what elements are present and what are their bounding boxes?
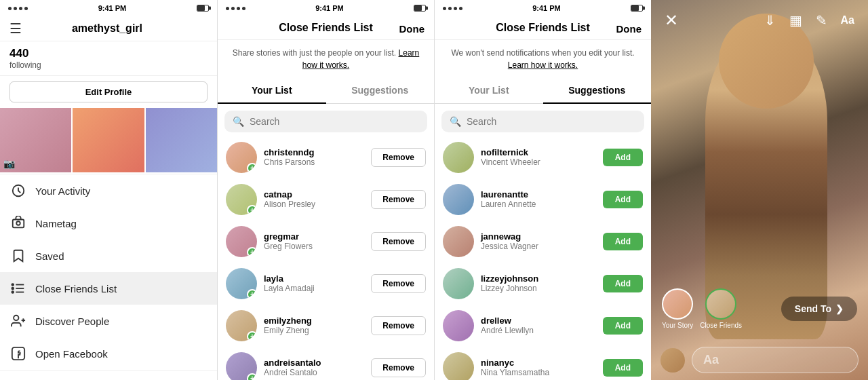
- avatar: [443, 142, 474, 173]
- tab-your-list-3[interactable]: Your List: [435, 78, 543, 103]
- close-friends-avatar[interactable]: [705, 288, 736, 320]
- user-name: Emily Zheng: [264, 326, 364, 335]
- user-handle: lizzeyjohnson: [481, 273, 596, 284]
- search-input-2[interactable]: [250, 116, 419, 127]
- svg-rect-1: [13, 220, 24, 228]
- add-button[interactable]: Add: [603, 149, 643, 166]
- user-name: Greg Flowers: [264, 242, 364, 251]
- add-button[interactable]: Add: [603, 233, 643, 250]
- user-info: emilyzheng Emily Zheng: [264, 316, 364, 335]
- message-placeholder: Aa: [703, 353, 719, 366]
- battery-3: [631, 5, 643, 12]
- avatar: [443, 352, 474, 381]
- tab-suggestions-2[interactable]: Suggestions: [326, 78, 435, 103]
- following-stat: 440 following: [9, 47, 41, 70]
- sidebar-item-nametag[interactable]: Nametag: [0, 207, 217, 240]
- profile-stats: 440 following: [0, 41, 217, 76]
- layout-icon[interactable]: ▦: [789, 12, 802, 28]
- sidebar-item-label: Open Facebook: [35, 348, 108, 360]
- remove-button[interactable]: Remove: [371, 148, 426, 167]
- added-badge: +: [247, 373, 257, 381]
- panel2-your-list: 9:41 PM Close Friends List Done Share st…: [217, 0, 434, 380]
- avatar: [443, 268, 474, 299]
- done-button-3[interactable]: Done: [616, 23, 642, 35]
- search-input-3[interactable]: [467, 116, 636, 127]
- cfl-tabs-3: Your List Suggestions: [435, 78, 651, 104]
- avatar: +: [226, 142, 257, 173]
- battery-1: [197, 5, 209, 12]
- close-icon[interactable]: ✕: [665, 11, 678, 30]
- cfl-title-3: Close Friends List: [496, 22, 590, 33]
- close-friends-label: Close Friends: [700, 322, 742, 329]
- story-top-bar: ✕ ⇓ ▦ ✎ Aa: [651, 0, 868, 41]
- panel1-menu: 9:41 PM ☰ amethyst_girl 440 following Ed…: [0, 0, 217, 380]
- story-bottom: Your Story Close Friends Send To ❯: [651, 282, 868, 380]
- search-icon-3: 🔍: [450, 116, 461, 127]
- user-name: Vincent Wheeler: [481, 157, 596, 167]
- time-1: 9:41 PM: [98, 4, 127, 12]
- user-handle: layla: [264, 273, 364, 284]
- status-bar-2: 9:41 PM: [218, 0, 434, 15]
- done-button-2[interactable]: Done: [399, 23, 425, 35]
- user-handle: ninanyc: [481, 358, 596, 368]
- sidebar-item-saved[interactable]: Saved: [0, 240, 217, 272]
- user-info: catnap Alison Presley: [264, 189, 364, 209]
- add-button[interactable]: Add: [603, 275, 643, 292]
- list-icon: [11, 281, 26, 296]
- remove-button[interactable]: Remove: [371, 358, 426, 377]
- remove-button[interactable]: Remove: [371, 190, 426, 209]
- signal-dots-3: [443, 7, 462, 10]
- user-handle: jannewag: [481, 231, 596, 242]
- user-name: Alison Presley: [264, 200, 364, 209]
- story-overlay: ✕ ⇓ ▦ ✎ Aa Your Story: [651, 0, 868, 380]
- cfl-subtitle-2: Share stories with just the people on yo…: [218, 40, 434, 78]
- list-item: + layla Layla Amadaji Remove: [218, 263, 434, 305]
- text-icon[interactable]: Aa: [841, 14, 854, 26]
- user-name: André Llewllyn: [481, 326, 596, 335]
- sidebar-item-discover-people[interactable]: Discover People: [0, 305, 217, 337]
- user-handle: laurenantte: [481, 189, 596, 200]
- learn-link-3[interactable]: Learn how it works.: [508, 60, 578, 70]
- tab-suggestions-3[interactable]: Suggestions: [543, 78, 652, 104]
- edit-icon[interactable]: ✎: [816, 12, 827, 28]
- remove-button[interactable]: Remove: [371, 232, 426, 251]
- add-button[interactable]: Add: [603, 317, 643, 335]
- user-handle: emilyzheng: [264, 316, 364, 326]
- tab-your-list-2[interactable]: Your List: [218, 78, 326, 104]
- list-item: laurenantte Lauren Annette Add: [435, 178, 651, 221]
- added-badge: +: [247, 331, 257, 341]
- sidebar-item-your-activity[interactable]: Your Activity: [0, 174, 217, 207]
- grid-thumb-1: 📷: [0, 108, 71, 172]
- remove-button[interactable]: Remove: [371, 274, 426, 293]
- cfl-subtitle-3: We won't send notifications when you edi…: [435, 40, 651, 78]
- search-box-2: 🔍: [224, 111, 427, 132]
- remove-button[interactable]: Remove: [371, 316, 426, 335]
- following-label: following: [9, 60, 41, 70]
- message-input[interactable]: Aa: [692, 347, 859, 373]
- hamburger-icon[interactable]: ☰: [9, 20, 22, 37]
- edit-profile-button[interactable]: Edit Profile: [9, 81, 208, 102]
- cfl-tabs-2: Your List Suggestions: [218, 78, 434, 104]
- user-handle: catnap: [264, 189, 364, 200]
- avatar: +: [226, 184, 257, 215]
- list-item: + andreisantalo Andrei Santalo Remove: [218, 347, 434, 381]
- add-button[interactable]: Add: [603, 191, 643, 208]
- list-item: ninanyc Nina Ylamsamatha Add: [435, 347, 651, 381]
- send-to-button[interactable]: Send To ❯: [781, 297, 857, 321]
- user-name: Lauren Annette: [481, 200, 596, 209]
- settings-item[interactable]: Settings: [138, 377, 195, 380]
- status-bar-1: 9:41 PM: [0, 0, 217, 15]
- svg-point-7: [12, 288, 14, 290]
- download-icon[interactable]: ⇓: [764, 12, 776, 28]
- user-name: Jessica Wagner: [481, 242, 596, 251]
- story-top-actions: ⇓ ▦ ✎ Aa: [764, 12, 854, 28]
- grid-thumb-2: [73, 108, 144, 172]
- user-info: layla Layla Amadaji: [264, 273, 364, 293]
- sidebar-item-close-friends[interactable]: Close Friends List: [0, 272, 217, 305]
- search-icon-2: 🔍: [233, 116, 244, 127]
- added-badge: +: [247, 205, 257, 215]
- added-badge: +: [247, 247, 257, 257]
- sidebar-item-open-facebook[interactable]: Open Facebook: [0, 337, 217, 370]
- your-story-avatar[interactable]: [662, 288, 693, 320]
- add-button[interactable]: Add: [603, 359, 643, 377]
